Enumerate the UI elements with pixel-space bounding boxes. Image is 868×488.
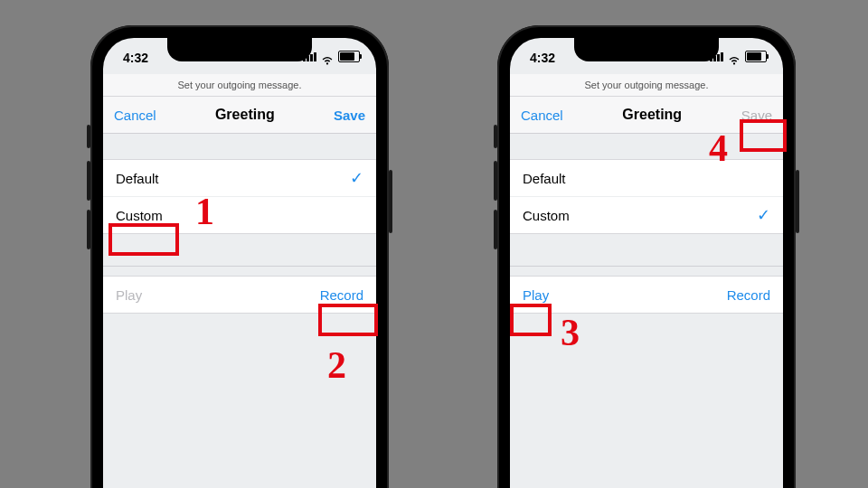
cancel-button[interactable]: Cancel — [114, 108, 156, 123]
play-button[interactable]: Play — [523, 287, 549, 303]
side-button — [87, 210, 90, 249]
annotation-box-1 — [108, 223, 179, 256]
phone-right: 4:32 Set your outgoing message. Cancel G… — [497, 25, 796, 488]
nav-title: Greeting — [215, 107, 275, 123]
checkmark-icon: ✓ — [350, 168, 363, 188]
annotation-box-2 — [318, 304, 378, 336]
side-button — [494, 161, 497, 201]
row-label: Default — [116, 171, 159, 186]
play-button[interactable]: Play — [116, 287, 142, 303]
row-default[interactable]: Default ✓ — [103, 160, 376, 196]
wifi-icon — [728, 52, 741, 61]
nav-title: Greeting — [622, 107, 682, 123]
annotation-box-3 — [510, 304, 552, 336]
row-default[interactable]: Default — [510, 160, 783, 196]
options-list: Default Custom ✓ — [510, 159, 783, 234]
annotation-number-4: 4 — [709, 127, 728, 170]
save-button[interactable]: Save — [334, 108, 365, 123]
subheader: Set your outgoing message. — [103, 74, 376, 97]
side-button — [87, 161, 90, 201]
notch — [574, 38, 719, 61]
subheader: Set your outgoing message. — [510, 74, 783, 97]
cancel-button[interactable]: Cancel — [521, 108, 563, 123]
side-button — [494, 125, 497, 148]
record-button[interactable]: Record — [320, 287, 363, 303]
navbar: Cancel Greeting Save — [103, 97, 376, 134]
record-button[interactable]: Record — [727, 287, 770, 303]
battery-icon — [338, 51, 360, 62]
status-time: 4:32 — [123, 51, 148, 65]
divider-area — [510, 234, 783, 277]
side-button — [494, 210, 497, 249]
side-button — [796, 170, 799, 233]
screen: 4:32 Set your outgoing message. Cancel G… — [510, 38, 783, 488]
annotation-box-4 — [740, 119, 787, 152]
side-button — [389, 170, 392, 233]
side-button — [87, 125, 90, 148]
row-label: Custom — [116, 208, 163, 223]
status-icons — [303, 51, 360, 62]
annotation-number-3: 3 — [561, 311, 580, 354]
checkmark-icon: ✓ — [757, 205, 770, 225]
phone-left: 4:32 Set your outgoing message. Cancel G… — [90, 25, 389, 488]
row-label: Custom — [523, 208, 570, 223]
row-label: Default — [523, 171, 566, 186]
wifi-icon — [321, 52, 334, 61]
spacer — [103, 134, 376, 159]
row-custom[interactable]: Custom ✓ — [510, 196, 783, 233]
annotation-number-1: 1 — [195, 190, 214, 233]
status-icons — [710, 51, 767, 62]
notch — [167, 38, 312, 61]
annotation-number-2: 2 — [327, 343, 346, 387]
battery-icon — [745, 51, 767, 62]
screen: 4:32 Set your outgoing message. Cancel G… — [103, 38, 376, 488]
status-time: 4:32 — [530, 51, 555, 65]
